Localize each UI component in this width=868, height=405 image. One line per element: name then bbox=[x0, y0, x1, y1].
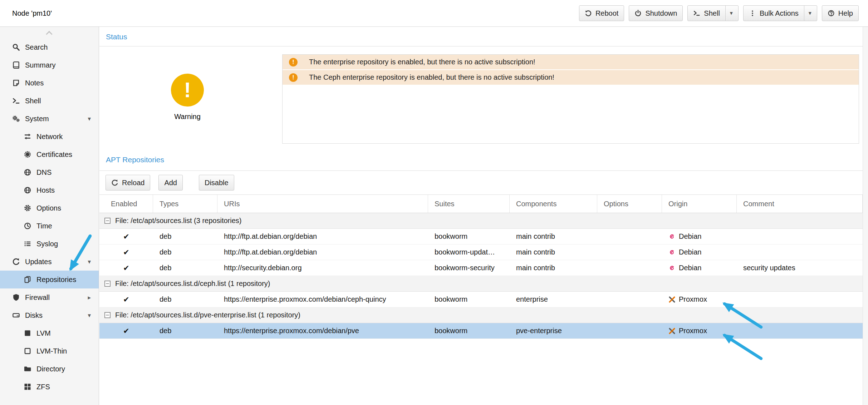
topbar-buttons: Reboot Shutdown Shell ▾ Bulk Actions ▾ H… bbox=[579, 5, 859, 21]
chevron-right-icon[interactable]: ▸ bbox=[88, 294, 91, 301]
sidebar-item-firewall[interactable]: Firewall ▸ bbox=[0, 288, 99, 306]
check-icon: ✔ bbox=[123, 295, 129, 303]
column-header-uris[interactable]: URIs bbox=[217, 195, 428, 213]
cell-suites: bookworm bbox=[428, 232, 510, 241]
status-messages-panel: ! The enterprise repository is enabled, … bbox=[282, 54, 859, 144]
search-icon bbox=[12, 43, 20, 51]
sidebar-item-notes[interactable]: Notes bbox=[0, 74, 99, 92]
files-icon bbox=[24, 276, 31, 283]
sidebar-item-summary[interactable]: Summary bbox=[0, 56, 99, 74]
exchange-icon bbox=[24, 133, 31, 140]
column-header-suites[interactable]: Suites bbox=[428, 195, 510, 213]
warning-label: Warning bbox=[160, 113, 215, 121]
scrollbar[interactable] bbox=[863, 27, 868, 405]
sidebar-item-label: Repositories bbox=[36, 276, 76, 284]
warning-icon: ! bbox=[171, 74, 204, 107]
bulk-actions-button[interactable]: Bulk Actions ▾ bbox=[743, 5, 817, 21]
column-header-enabled[interactable]: Enabled bbox=[99, 195, 153, 213]
sidebar-item-search[interactable]: Search bbox=[0, 38, 99, 56]
table-row[interactable]: ✔ deb https://enterprise.proxmox.com/deb… bbox=[99, 292, 863, 307]
table-row[interactable]: ✔ deb http://ftp.at.debian.org/debian bo… bbox=[99, 229, 863, 245]
sidebar-item-network[interactable]: Network bbox=[0, 128, 99, 145]
debian-icon bbox=[668, 249, 676, 256]
add-label: Add bbox=[164, 179, 177, 187]
column-header-types[interactable]: Types bbox=[153, 195, 217, 213]
sidebar-item-label: Updates bbox=[25, 258, 52, 266]
column-header-origin[interactable]: Origin bbox=[662, 195, 737, 213]
column-header-options[interactable]: Options bbox=[597, 195, 662, 213]
chevron-down-icon[interactable]: ▾ bbox=[88, 312, 91, 319]
table-row[interactable]: ✔ deb http://security.debian.org bookwor… bbox=[99, 260, 863, 276]
book-icon bbox=[12, 61, 20, 69]
group-row[interactable]: File: /etc/apt/sources.list.d/ceph.list … bbox=[99, 276, 863, 292]
cell-origin: Proxmox bbox=[662, 295, 737, 303]
table-row-selected[interactable]: ✔ deb https://enterprise.proxmox.com/deb… bbox=[99, 323, 863, 339]
reboot-label: Reboot bbox=[595, 9, 619, 18]
sidebar-item-time[interactable]: Time bbox=[0, 217, 99, 235]
sidebar-item-certificates[interactable]: Certificates bbox=[0, 145, 99, 163]
sidebar-item-lvm[interactable]: LVM bbox=[0, 324, 99, 342]
table-header: Enabled Types URIs Suites Components Opt… bbox=[99, 194, 863, 213]
check-icon: ✔ bbox=[123, 248, 129, 256]
cell-origin: Debian bbox=[662, 264, 737, 272]
square-outline-icon bbox=[24, 347, 31, 355]
sidebar-item-lvm-thin[interactable]: LVM-Thin bbox=[0, 342, 99, 360]
sidebar-item-syslog[interactable]: Syslog bbox=[0, 235, 99, 253]
disable-button[interactable]: Disable bbox=[199, 175, 234, 191]
sidebar-item-label: Hosts bbox=[36, 186, 55, 194]
sidebar-item-label: Disks bbox=[25, 311, 43, 320]
folder-icon bbox=[24, 365, 31, 373]
sidebar-item-dns[interactable]: DNS bbox=[0, 163, 99, 181]
collapse-icon[interactable] bbox=[104, 217, 111, 224]
chevron-down-icon[interactable]: ▾ bbox=[809, 10, 811, 16]
group-label: File: /etc/apt/sources.list.d/pve-enterp… bbox=[115, 311, 300, 319]
sidebar-item-label: LVM bbox=[36, 329, 51, 337]
group-row[interactable]: File: /etc/apt/sources.list (3 repositor… bbox=[99, 213, 863, 229]
sidebar-item-hosts[interactable]: Hosts bbox=[0, 181, 99, 199]
chevron-down-icon[interactable]: ▾ bbox=[88, 115, 91, 123]
reboot-button[interactable]: Reboot bbox=[579, 5, 624, 21]
column-header-components[interactable]: Components bbox=[510, 195, 597, 213]
help-button[interactable]: Help bbox=[822, 5, 859, 21]
column-header-comment[interactable]: Comment bbox=[737, 195, 863, 213]
sidebar-item-updates[interactable]: Updates ▾ bbox=[0, 253, 99, 271]
disable-label: Disable bbox=[205, 179, 229, 187]
add-button[interactable]: Add bbox=[158, 175, 183, 191]
sidebar-item-directory[interactable]: Directory bbox=[0, 360, 99, 378]
cell-components: main contrib bbox=[510, 264, 597, 272]
debian-icon bbox=[668, 265, 676, 272]
sidebar-item-system[interactable]: System ▾ bbox=[0, 110, 99, 128]
cell-suites: bookworm bbox=[428, 295, 510, 303]
cell-enabled: ✔ bbox=[99, 248, 153, 257]
check-icon: ✔ bbox=[123, 264, 129, 272]
sidebar-item-zfs[interactable]: ZFS bbox=[0, 378, 99, 396]
cell-suites: bookworm-security bbox=[428, 264, 510, 272]
cell-components: enterprise bbox=[510, 295, 597, 303]
sidebar-item-label: Time bbox=[36, 222, 52, 230]
reload-label: Reload bbox=[122, 179, 144, 187]
note-icon bbox=[12, 79, 20, 87]
table-row[interactable]: ✔ deb http://ftp.at.debian.org/debian bo… bbox=[99, 245, 863, 260]
shell-button[interactable]: Shell ▾ bbox=[687, 5, 739, 21]
sidebar-item-shell[interactable]: Shell bbox=[0, 92, 99, 110]
sidebar-item-options[interactable]: Options bbox=[0, 199, 99, 217]
shutdown-button[interactable]: Shutdown bbox=[629, 5, 683, 21]
reload-button[interactable]: Reload bbox=[106, 175, 150, 191]
reboot-icon bbox=[585, 10, 592, 17]
sidebar-item-label: Directory bbox=[36, 365, 65, 373]
group-row[interactable]: File: /etc/apt/sources.list.d/pve-enterp… bbox=[99, 307, 863, 323]
table-body: File: /etc/apt/sources.list (3 repositor… bbox=[99, 213, 863, 339]
sidebar-item-repositories[interactable]: Repositories bbox=[0, 271, 99, 288]
collapse-icon[interactable] bbox=[104, 312, 111, 318]
refresh-icon bbox=[12, 258, 20, 266]
group-label: File: /etc/apt/sources.list.d/ceph.list … bbox=[115, 280, 270, 288]
chevron-down-icon[interactable]: ▾ bbox=[730, 10, 733, 16]
collapse-icon[interactable] bbox=[104, 280, 111, 287]
help-icon bbox=[828, 10, 835, 17]
sidebar-item-label: DNS bbox=[36, 168, 52, 177]
hdd-icon bbox=[12, 311, 20, 319]
sidebar-item-disks[interactable]: Disks ▾ bbox=[0, 306, 99, 324]
chevron-down-icon[interactable]: ▾ bbox=[88, 258, 91, 266]
cell-uris: http://ftp.at.debian.org/debian bbox=[217, 232, 428, 241]
scroll-up-indicator[interactable] bbox=[46, 31, 52, 37]
